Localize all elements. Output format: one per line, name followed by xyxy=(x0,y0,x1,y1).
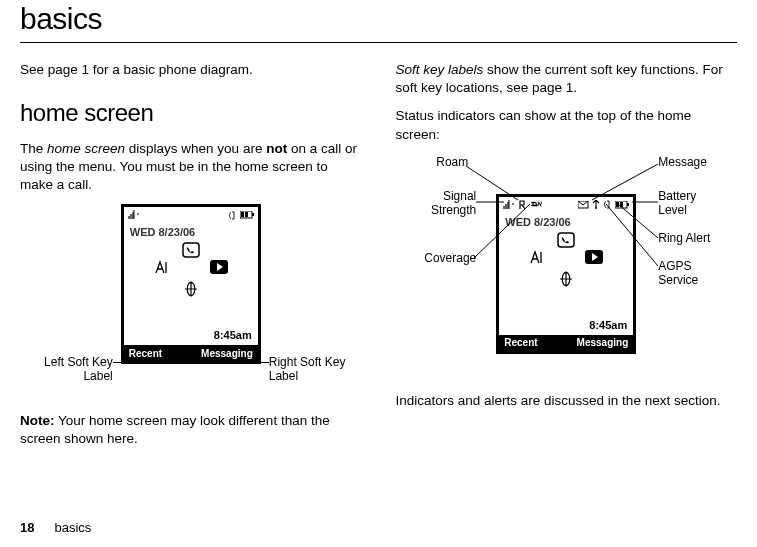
svg-line-16 xyxy=(474,204,530,258)
callout-line xyxy=(606,204,662,270)
navigation-icons xyxy=(124,258,258,276)
note-paragraph: Note: Your home screen may look differen… xyxy=(20,412,362,448)
soft-key-bar: Recent Messaging xyxy=(124,345,258,361)
intro-text: See page 1 for a basic phone diagram. xyxy=(20,61,362,79)
call-icon xyxy=(181,242,201,260)
svg-rect-4 xyxy=(183,243,199,257)
callout-line xyxy=(474,204,534,264)
callout-message: Message xyxy=(658,156,728,170)
note-label: Note: xyxy=(20,413,55,428)
call-icon xyxy=(556,232,576,250)
ring-icon xyxy=(228,211,237,220)
two-column-layout: See page 1 for a basic phone diagram. ho… xyxy=(20,61,737,459)
signal-icon xyxy=(128,210,140,220)
horizontal-rule xyxy=(20,42,737,43)
left-soft-key: Recent xyxy=(504,336,537,350)
svg-rect-2 xyxy=(241,212,244,217)
bold-text: not xyxy=(266,141,287,156)
callout-signal: Signal Strength xyxy=(396,190,476,218)
status-bar xyxy=(124,207,258,223)
contacts-icon xyxy=(153,258,173,276)
home-screen-figure-2: אבג xyxy=(396,154,736,384)
browser-icon xyxy=(556,270,576,288)
svg-rect-12 xyxy=(558,233,574,247)
home-screen-figure-1: WED 8/23/06 xyxy=(21,204,361,404)
callout-left-softkey: Left Soft Key Label xyxy=(21,356,113,384)
svg-line-17 xyxy=(592,164,658,200)
callout-battery: Battery Level xyxy=(658,190,728,218)
callout-coverage: Coverage xyxy=(396,252,476,266)
indicators-paragraph: Indicators and alerts are discussed in t… xyxy=(396,392,738,410)
status-indicators-paragraph: Status indicators can show at the top of… xyxy=(396,107,738,143)
svg-rect-1 xyxy=(252,213,254,216)
text: The xyxy=(20,141,47,156)
callout-right-softkey: Right Soft Key Label xyxy=(269,356,361,384)
note-text: Your home screen may look different than… xyxy=(20,413,330,446)
callout-line xyxy=(253,362,269,363)
home-screen-paragraph: The home screen displays when you are no… xyxy=(20,140,362,195)
footer-section: basics xyxy=(54,520,91,535)
italic-text: home screen xyxy=(47,141,125,156)
date-text: WED 8/23/06 xyxy=(130,225,258,240)
phone-screen: WED 8/23/06 xyxy=(121,204,261,364)
italic-text: Soft key labels xyxy=(396,62,484,77)
play-icon xyxy=(584,248,604,266)
battery-icon xyxy=(240,211,254,219)
play-icon xyxy=(209,258,229,276)
right-soft-key: Messaging xyxy=(577,336,629,350)
time-text: 8:45am xyxy=(214,328,252,343)
svg-point-7 xyxy=(595,207,597,209)
callout-ring: Ring Alert xyxy=(658,232,728,246)
time-text: 8:45am xyxy=(589,318,627,333)
soft-key-bar: Recent Messaging xyxy=(499,335,633,351)
section-heading: home screen xyxy=(20,97,362,129)
left-soft-key: Recent xyxy=(129,347,162,361)
page-number: 18 xyxy=(20,520,34,535)
text: displays when you are xyxy=(125,141,266,156)
browser-icon xyxy=(181,280,201,298)
svg-line-20 xyxy=(606,204,658,266)
softkey-paragraph: Soft key labels show the current soft ke… xyxy=(396,61,738,97)
svg-rect-3 xyxy=(245,212,248,217)
callout-agps: AGPS Service xyxy=(658,260,728,288)
right-soft-key: Messaging xyxy=(201,347,253,361)
page-title: basics xyxy=(20,2,737,36)
callout-line xyxy=(113,362,131,363)
page-footer: 18basics xyxy=(20,520,91,535)
right-column: Soft key labels show the current soft ke… xyxy=(396,61,738,459)
message-icon xyxy=(578,201,589,209)
left-column: See page 1 for a basic phone diagram. ho… xyxy=(20,61,362,459)
